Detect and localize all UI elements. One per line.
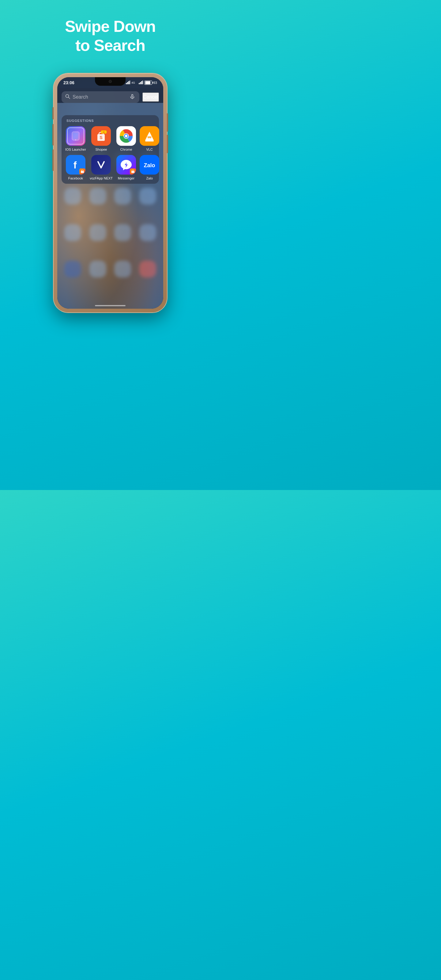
phone-mockup: 23:06 ⏰ 4G <box>54 73 167 312</box>
search-placeholder: Search <box>73 94 127 100</box>
bg-icon <box>114 261 131 277</box>
zalo-icon: Zalo <box>140 155 159 175</box>
search-icon <box>65 94 70 100</box>
search-bar[interactable]: Search <box>62 91 139 103</box>
app-item-facebook[interactable]: f Facebook <box>65 155 86 180</box>
svg-line-11 <box>68 97 70 99</box>
svg-rect-1 <box>126 83 127 84</box>
volume-up-button-left <box>53 150 54 171</box>
vozfapp-label: vozFApp NEXT <box>90 177 113 180</box>
status-time: 23:06 <box>64 80 75 85</box>
svg-text:S: S <box>100 135 103 140</box>
shopee-icon: S TẾT <box>91 126 111 146</box>
chrome-label: Chrome <box>120 148 132 151</box>
cancel-button[interactable]: Cancel <box>142 92 159 102</box>
suggestions-section: SUGGESTIONS IOS Launcher <box>62 115 159 184</box>
battery-tip <box>153 82 153 84</box>
facebook-badge <box>79 169 86 175</box>
vlc-icon <box>140 126 159 146</box>
app-item-shopee[interactable]: S TẾT Shopee <box>90 126 113 151</box>
signal-icon-2: 4G <box>131 80 137 85</box>
bg-icon <box>89 261 106 277</box>
facebook-icon: f <box>66 155 86 175</box>
bg-icon <box>114 224 131 241</box>
svg-text:TẾT: TẾT <box>103 131 105 133</box>
svg-rect-8 <box>141 81 142 84</box>
svg-text:4G: 4G <box>131 81 135 84</box>
headline-line1: Swipe Down <box>65 18 156 35</box>
bg-icon <box>114 188 131 205</box>
messenger-badge <box>130 169 136 175</box>
app-item-chrome[interactable]: Chrome <box>116 126 136 151</box>
suggestions-label: SUGGESTIONS <box>65 119 155 123</box>
shopee-label: Shopee <box>96 148 107 151</box>
svg-rect-24 <box>145 140 154 142</box>
bg-icon <box>89 224 106 241</box>
svg-text:Zalo: Zalo <box>144 162 155 169</box>
search-overlay: Search Cancel <box>57 88 163 103</box>
app-item-ios-launcher[interactable]: IOS Launcher <box>65 126 86 151</box>
battery-percent: 93 <box>153 81 157 84</box>
svg-text:f: f <box>73 159 77 170</box>
vozfapp-icon <box>91 155 111 175</box>
svg-rect-9 <box>142 81 143 84</box>
signal-bars-icon <box>126 81 130 85</box>
svg-point-22 <box>125 134 128 137</box>
facebook-label: Facebook <box>68 177 83 180</box>
camera-dot <box>109 80 112 83</box>
messenger-icon <box>116 155 136 175</box>
messenger-label: Messenger <box>118 177 134 180</box>
headline-line2: to Search <box>75 37 145 54</box>
volume-down-button <box>53 124 54 145</box>
app-item-vozfapp[interactable]: vozFApp NEXT <box>90 155 113 180</box>
microphone-icon[interactable] <box>129 94 136 100</box>
svg-rect-7 <box>140 82 141 84</box>
bg-icon <box>139 224 156 241</box>
app-item-zalo[interactable]: Zalo Zalo <box>140 155 159 180</box>
app-item-messenger[interactable]: Messenger <box>116 155 136 180</box>
app-grid: IOS Launcher S TẾT <box>65 126 155 180</box>
svg-rect-12 <box>72 132 79 140</box>
svg-rect-3 <box>128 81 129 84</box>
zalo-label: Zalo <box>146 177 153 180</box>
bg-icon <box>139 261 156 277</box>
home-indicator[interactable] <box>95 305 126 306</box>
ios-launcher-label: IOS Launcher <box>65 148 86 151</box>
vlc-label: VLC <box>146 148 153 151</box>
signal-bars-icon-2 <box>139 81 143 85</box>
bg-icon <box>89 188 106 205</box>
bg-icon <box>64 224 81 241</box>
headline: Swipe Down to Search <box>65 17 156 55</box>
volume-up-button <box>167 135 168 153</box>
battery-icon <box>144 81 152 85</box>
svg-rect-4 <box>129 81 130 84</box>
svg-point-14 <box>75 139 76 140</box>
search-bar-row: Search Cancel <box>62 91 159 103</box>
power-button <box>167 113 168 132</box>
app-item-vlc[interactable]: VLC <box>140 126 159 151</box>
svg-marker-23 <box>145 132 154 140</box>
svg-rect-13 <box>73 133 78 139</box>
bg-icon <box>64 188 81 205</box>
battery-fill <box>145 81 150 84</box>
svg-rect-2 <box>127 82 128 84</box>
phone-screen: 23:06 ⏰ 4G <box>57 77 163 309</box>
bg-icon <box>139 188 156 205</box>
mute-button <box>53 107 54 119</box>
ios-launcher-icon <box>66 126 86 146</box>
notch <box>95 77 126 86</box>
bg-icon <box>64 261 81 277</box>
svg-rect-6 <box>139 83 140 84</box>
chrome-icon <box>116 126 136 146</box>
